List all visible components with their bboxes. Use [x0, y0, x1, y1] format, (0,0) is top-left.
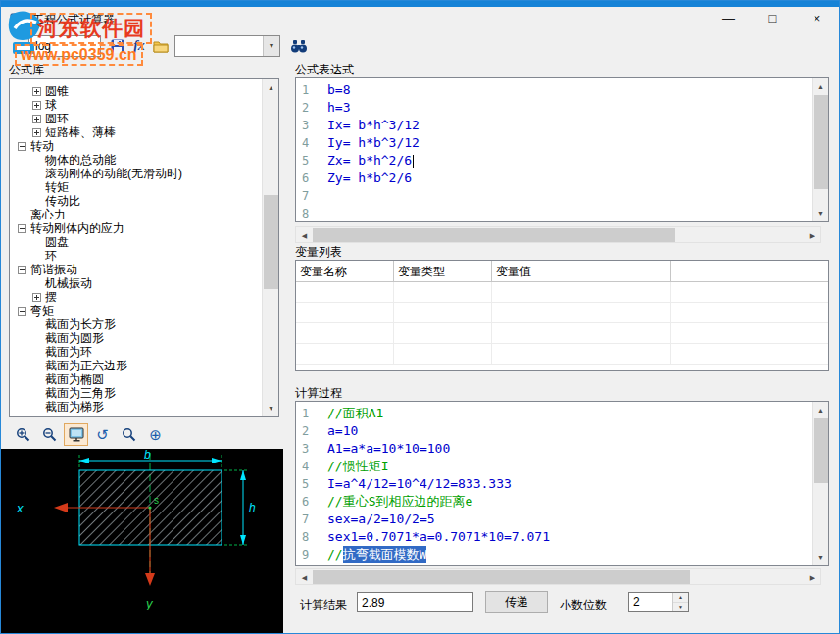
scroll-down-icon[interactable]: ▼	[813, 549, 829, 565]
table-cell-filler	[671, 282, 828, 302]
table-row[interactable]	[296, 303, 828, 323]
scroll-down-icon[interactable]: ▼	[263, 400, 279, 416]
scrollbar-thumb[interactable]	[264, 195, 278, 289]
editor-line[interactable]: 1b=8	[296, 81, 812, 99]
close-button[interactable]: ×	[795, 7, 839, 32]
variables-header-row: 变量名称变量类型变量值	[296, 261, 828, 282]
collapse-icon[interactable]	[18, 142, 26, 151]
code-text: I=a^4/12=10^4/12=833.333	[327, 475, 512, 493]
editor-line[interactable]: 6Zy= h*b^2/6	[296, 170, 812, 187]
editor-line[interactable]: 8	[296, 205, 812, 221]
editor-line[interactable]: 6//重心S到相应边的距离e	[296, 493, 812, 511]
zoom-window-button[interactable]	[117, 423, 141, 446]
table-row[interactable]	[296, 282, 828, 303]
editor-line[interactable]: 3A1=a*a=10*10=100	[296, 440, 812, 458]
zoom-in-button[interactable]	[11, 423, 35, 446]
zoom-out-button[interactable]	[37, 423, 62, 446]
process-vscrollbar[interactable]: ▲ ▼	[812, 402, 828, 565]
maximize-button[interactable]: □	[751, 7, 795, 32]
titlebar[interactable]: 工程公式计算器 — □ ×	[1, 7, 839, 32]
editor-line[interactable]: 2a=10	[296, 422, 812, 440]
save-button[interactable]	[107, 35, 128, 57]
scroll-right-icon[interactable]: ▶	[804, 227, 820, 244]
function-button[interactable]: fx	[128, 35, 150, 57]
decimals-spinner[interactable]: 2 ▲ ▼	[628, 592, 689, 612]
open-button[interactable]	[150, 35, 172, 57]
table-cell	[492, 344, 671, 364]
section-drawing-svg: b h x y s	[1, 449, 283, 634]
process-editor[interactable]: 1//面积A12a=103A1=a*a=10*10=1004//惯性矩I5I=a…	[295, 401, 829, 566]
expand-icon[interactable]	[32, 115, 41, 123]
column-header[interactable]: 变量值	[492, 261, 671, 281]
formula-tree[interactable]: 圆锥球圆环短路棒、薄棒转动物体的总动能滚动刚体的动能(无滑动时)转矩传动比离心力…	[9, 78, 279, 417]
minimize-button[interactable]: —	[707, 7, 751, 32]
editor-line[interactable]: 8sex1=0.7071*a=0.7071*10=7.071	[296, 528, 812, 546]
section-drawing[interactable]: b h x y s	[1, 449, 283, 634]
editor-line[interactable]: 7sex=a/2=10/2=5	[296, 511, 812, 528]
spin-down-icon[interactable]: ▼	[673, 603, 688, 611]
expand-icon[interactable]	[32, 293, 41, 302]
scroll-right-icon[interactable]: ▶	[804, 569, 820, 586]
expand-icon[interactable]	[32, 128, 41, 137]
scrollbar-thumb[interactable]	[814, 418, 828, 483]
expand-icon[interactable]	[32, 87, 41, 96]
binoculars-icon	[290, 39, 308, 53]
table-row[interactable]	[296, 344, 828, 365]
category-combo[interactable]: ▼	[174, 35, 280, 57]
expand-icon[interactable]	[32, 101, 41, 110]
column-header-filler	[671, 261, 828, 281]
process-hscrollbar[interactable]: ◀ ▶	[295, 568, 821, 585]
search-button[interactable]	[288, 35, 310, 57]
code-text: sex1=0.7071*a=0.7071*10=7.071	[327, 528, 550, 546]
editor-line[interactable]: 3Ix= b*h^3/12	[296, 117, 812, 134]
line-number: 9	[296, 546, 327, 563]
tree-item[interactable]: 截面为梯形	[10, 400, 262, 414]
variables-table[interactable]: 变量名称变量类型变量值	[295, 260, 829, 371]
scroll-up-icon[interactable]: ▲	[813, 402, 829, 418]
table-cell	[296, 303, 394, 322]
pan-icon: ⊕	[149, 427, 162, 442]
expression-editor-lines: 1b=82h=33Ix= b*h^3/124Iy= h*b^3/125Zx= b…	[296, 81, 812, 221]
transfer-button[interactable]: 传递	[485, 591, 548, 613]
editor-line[interactable]: 4//惯性矩I	[296, 458, 812, 475]
rotate-button[interactable]: ↺	[90, 423, 115, 446]
column-header[interactable]: 变量类型	[394, 261, 492, 281]
expression-vscrollbar[interactable]: ▲ ▼	[812, 78, 828, 221]
editor-line[interactable]: 5I=a^4/12=10^4/12=833.333	[296, 475, 812, 493]
result-input[interactable]	[357, 592, 473, 612]
expression-editor[interactable]: 1b=82h=33Ix= b*h^3/124Iy= h*b^3/125Zx= b…	[295, 77, 829, 222]
line-number: 8	[296, 528, 327, 546]
chevron-down-icon[interactable]: ▼	[263, 36, 279, 56]
table-cell-filler	[671, 344, 828, 364]
line-number: 4	[296, 134, 327, 152]
line-number: 6	[296, 493, 327, 511]
scroll-up-icon[interactable]: ▲	[813, 78, 829, 95]
table-cell	[492, 282, 671, 302]
scroll-down-icon[interactable]: ▼	[813, 205, 829, 221]
scroll-left-icon[interactable]: ◀	[296, 569, 313, 586]
editor-line[interactable]: 7	[296, 187, 812, 205]
collapse-icon[interactable]	[18, 266, 26, 274]
collapse-icon[interactable]	[18, 224, 26, 233]
scrollbar-thumb[interactable]	[313, 570, 690, 584]
code-text: Zy= h*b^2/6	[327, 170, 412, 187]
tree-scrollbar[interactable]: ▲ ▼	[262, 79, 278, 416]
pan-button[interactable]: ⊕	[143, 423, 168, 446]
fit-screen-button[interactable]	[64, 423, 88, 446]
expression-hscrollbar[interactable]: ◀ ▶	[295, 226, 821, 243]
editor-line[interactable]: 9//抗弯截面模数W	[296, 546, 812, 563]
editor-line[interactable]: 4Iy= h*b^3/12	[296, 134, 812, 152]
table-row[interactable]	[296, 323, 828, 344]
collapse-icon[interactable]	[18, 307, 26, 316]
formula-combo[interactable]: log	[28, 35, 101, 57]
scroll-up-icon[interactable]: ▲	[263, 79, 279, 96]
column-header[interactable]: 变量名称	[296, 261, 394, 281]
line-number: 7	[296, 187, 327, 205]
editor-line[interactable]: 5Zx= b*h^2/6	[296, 152, 812, 170]
scrollbar-thumb[interactable]	[313, 228, 675, 242]
spin-up-icon[interactable]: ▲	[673, 593, 688, 603]
scroll-left-icon[interactable]: ◀	[296, 227, 313, 244]
editor-line[interactable]: 2h=3	[296, 99, 812, 117]
scrollbar-thumb[interactable]	[814, 95, 828, 189]
editor-line[interactable]: 1//面积A1	[296, 405, 812, 422]
